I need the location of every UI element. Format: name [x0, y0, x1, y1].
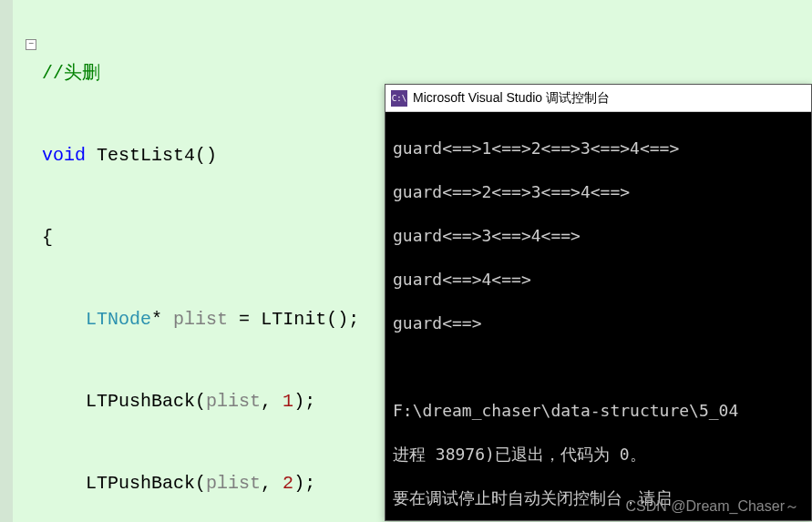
func-ltinit: LTInit [261, 309, 326, 330]
console-titlebar[interactable]: C:\ Microsoft Visual Studio 调试控制台 [385, 85, 811, 112]
num-2: 2 [283, 473, 293, 494]
func-pushback: LTPushBack [86, 391, 195, 412]
output-path: F:\dream_chaser\data-structure\5_04 [393, 400, 804, 422]
output-line: guard<==>1<==>2<==>3<==>4<==> [393, 138, 804, 159]
func-name: TestList4 [97, 145, 195, 166]
comment: //头删 [42, 63, 100, 84]
console-title: Microsoft Visual Studio 调试控制台 [413, 90, 610, 107]
keyword-void: void [42, 145, 86, 166]
output-line: guard<==>2<==>3<==>4<==> [393, 181, 804, 203]
num-1: 1 [283, 391, 293, 412]
fold-icon[interactable]: − [26, 39, 36, 50]
open-brace: { [42, 227, 53, 248]
console-output: guard<==>1<==>2<==>3<==>4<==> guard<==>2… [385, 112, 811, 522]
editor-gutter [0, 0, 13, 522]
var-plist: plist [173, 309, 228, 330]
watermark: CSDN @Dream_Chaser～ [625, 497, 799, 517]
output-exit: 进程 38976)已退出，代码为 0。 [393, 444, 804, 466]
output-line: guard<==>3<==>4<==> [393, 225, 804, 247]
type-ltnode: LTNode [86, 309, 151, 330]
output-line: guard<==> [393, 312, 804, 334]
console-window[interactable]: C:\ Microsoft Visual Studio 调试控制台 guard<… [385, 84, 812, 521]
console-icon: C:\ [391, 90, 407, 107]
output-line: guard<==>4<==> [393, 269, 804, 291]
